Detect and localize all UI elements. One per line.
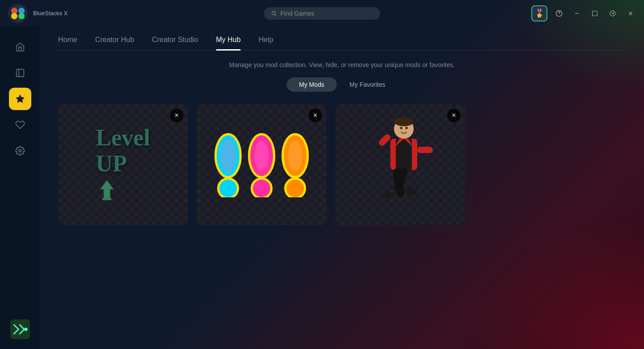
svg-point-26 bbox=[218, 179, 238, 197]
svg-point-45 bbox=[400, 127, 402, 129]
mods-grid: LevelUP × bbox=[58, 104, 626, 225]
mod-card-bg-3 bbox=[335, 104, 465, 225]
svg-point-5 bbox=[18, 13, 25, 19]
app-name: BlueStacks X bbox=[33, 10, 68, 17]
nav-tabs: Home Creator Hub Creator Studio My Hub H… bbox=[58, 27, 626, 51]
tab-help[interactable]: Help bbox=[258, 36, 273, 50]
svg-point-6 bbox=[272, 12, 275, 15]
svg-point-34 bbox=[394, 117, 414, 126]
sidebar-item-home[interactable] bbox=[9, 36, 31, 58]
svg-point-29 bbox=[252, 179, 271, 197]
svg-point-46 bbox=[405, 127, 408, 129]
sub-tab-my-favorites[interactable]: My Favorites bbox=[337, 77, 398, 92]
sidebar-item-favorites[interactable] bbox=[9, 114, 31, 136]
shape-orange bbox=[281, 132, 310, 197]
person-content bbox=[335, 104, 465, 225]
mod-card-bg-2 bbox=[197, 104, 326, 225]
tab-creator-studio[interactable]: Creator Studio bbox=[152, 36, 198, 50]
svg-rect-22 bbox=[102, 198, 111, 200]
sidebar-item-mods[interactable] bbox=[9, 88, 31, 110]
library-icon bbox=[15, 68, 25, 78]
help-button[interactable] bbox=[553, 7, 565, 20]
svg-point-0 bbox=[8, 4, 28, 23]
star-icon bbox=[15, 94, 25, 104]
minimize-icon bbox=[574, 10, 580, 17]
minimize-button[interactable] bbox=[571, 7, 583, 20]
mod-card-2[interactable]: × bbox=[197, 104, 326, 225]
svg-marker-17 bbox=[16, 95, 24, 102]
svg-marker-21 bbox=[100, 180, 114, 198]
person-svg bbox=[364, 115, 436, 214]
arrow-up-icon bbox=[96, 178, 118, 204]
tab-my-hub[interactable]: My Hub bbox=[216, 36, 241, 50]
settings-icon bbox=[15, 146, 25, 156]
svg-point-28 bbox=[254, 140, 269, 171]
svg-point-32 bbox=[285, 179, 305, 197]
svg-point-4 bbox=[11, 13, 17, 19]
sidebar-item-settings[interactable] bbox=[9, 140, 31, 162]
mod-card-3-close[interactable]: × bbox=[447, 109, 461, 122]
sub-tab-my-mods[interactable]: My Mods bbox=[287, 77, 337, 92]
page-description: Manage you mod collection. View, hide, o… bbox=[58, 61, 626, 68]
shape-pink bbox=[247, 132, 276, 197]
close-button[interactable] bbox=[624, 7, 637, 20]
svg-rect-23 bbox=[103, 200, 111, 200]
svg-point-3 bbox=[18, 8, 25, 14]
svg-point-2 bbox=[11, 8, 17, 14]
search-input[interactable] bbox=[280, 10, 373, 17]
maximize-button[interactable] bbox=[589, 7, 601, 20]
titlebar-controls: 🎖️ bbox=[531, 5, 637, 21]
bsx-logo-bottom bbox=[9, 319, 31, 340]
svg-point-44 bbox=[405, 188, 418, 195]
tab-home[interactable]: Home bbox=[58, 36, 77, 50]
help-icon bbox=[555, 10, 563, 17]
shape-cyan bbox=[214, 132, 243, 197]
colorful-shapes-content bbox=[205, 123, 319, 206]
svg-rect-15 bbox=[16, 69, 24, 77]
mod-card-bg-1: LevelUP bbox=[58, 104, 188, 225]
svg-point-31 bbox=[288, 140, 302, 171]
level-up-content: LevelUP bbox=[82, 111, 163, 217]
svg-point-43 bbox=[383, 192, 395, 199]
search-bar[interactable] bbox=[264, 7, 380, 20]
titlebar: BlueStacks X 🎖️ bbox=[0, 0, 644, 27]
close-icon bbox=[627, 10, 634, 17]
sidebar bbox=[0, 27, 40, 349]
mod-card-1-close[interactable]: × bbox=[170, 109, 183, 122]
home-icon bbox=[15, 42, 25, 52]
content-area: Home Creator Hub Creator Studio My Hub H… bbox=[40, 27, 644, 349]
mod-card-2-close[interactable]: × bbox=[309, 109, 322, 122]
bluestacks-logo bbox=[7, 3, 29, 24]
sidebar-bottom bbox=[9, 319, 31, 340]
forward-button[interactable] bbox=[606, 7, 619, 20]
sidebar-item-library[interactable] bbox=[9, 62, 31, 84]
search-icon bbox=[271, 10, 277, 17]
sub-tabs: My Mods My Favorites bbox=[58, 77, 626, 92]
forward-icon bbox=[610, 10, 616, 17]
svg-point-25 bbox=[220, 139, 236, 173]
tab-creator-hub[interactable]: Creator Hub bbox=[95, 36, 134, 50]
svg-rect-10 bbox=[593, 11, 597, 16]
heart-icon bbox=[15, 120, 25, 130]
maximize-icon bbox=[592, 10, 598, 17]
svg-point-20 bbox=[24, 328, 27, 331]
main-layout: Home Creator Hub Creator Studio My Hub H… bbox=[0, 27, 644, 349]
svg-point-18 bbox=[19, 149, 21, 152]
svg-rect-39 bbox=[377, 133, 391, 147]
mod-card-1[interactable]: LevelUP × bbox=[58, 104, 188, 225]
mod-card-3[interactable]: × bbox=[335, 104, 465, 225]
svg-line-7 bbox=[275, 14, 276, 16]
level-up-text: LevelUP bbox=[96, 125, 150, 176]
avatar[interactable]: 🎖️ bbox=[531, 5, 547, 21]
logo-area: BlueStacks X bbox=[7, 3, 68, 24]
svg-rect-40 bbox=[417, 147, 433, 153]
